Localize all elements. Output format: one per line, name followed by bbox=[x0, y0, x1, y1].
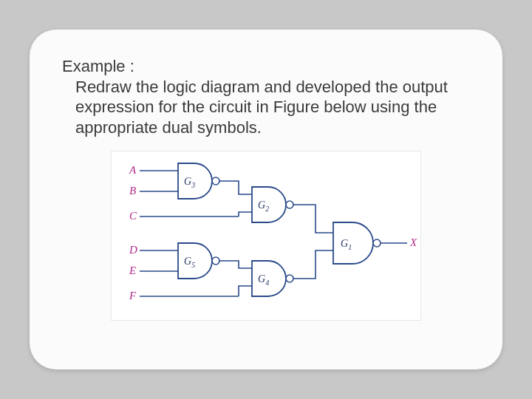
output-X-label: X bbox=[409, 236, 417, 248]
logic-diagram: A B C D E F G3 G5 bbox=[111, 151, 421, 321]
input-B-label: B bbox=[129, 185, 136, 197]
wire-G3-out bbox=[219, 181, 252, 194]
gate-G1 bbox=[333, 222, 373, 264]
heading-rest: Redraw the logic diagram and developed t… bbox=[62, 77, 470, 138]
input-D-label: D bbox=[129, 244, 137, 256]
bubble-G1 bbox=[373, 239, 381, 247]
wire-G4-out bbox=[293, 250, 333, 279]
input-C-label: C bbox=[129, 210, 137, 222]
bubble-G4 bbox=[286, 275, 293, 282]
slide-card: Example : Redraw the logic diagram and d… bbox=[30, 30, 502, 369]
wire-F-b bbox=[239, 286, 252, 296]
logic-diagram-svg: A B C D E F G3 G5 bbox=[112, 151, 422, 321]
heading-line1: Example : bbox=[62, 56, 470, 77]
wire-G2-out bbox=[293, 205, 333, 233]
example-heading: Example : Redraw the logic diagram and d… bbox=[62, 56, 470, 137]
input-F-label: F bbox=[129, 290, 137, 301]
input-E-label: E bbox=[129, 265, 136, 276]
wire-C-b bbox=[239, 212, 252, 216]
bubble-G3 bbox=[212, 177, 219, 185]
wire-G5-out bbox=[219, 261, 252, 268]
bubble-G2 bbox=[286, 201, 293, 208]
input-A-label: A bbox=[129, 164, 137, 176]
bubble-G5 bbox=[212, 257, 219, 265]
